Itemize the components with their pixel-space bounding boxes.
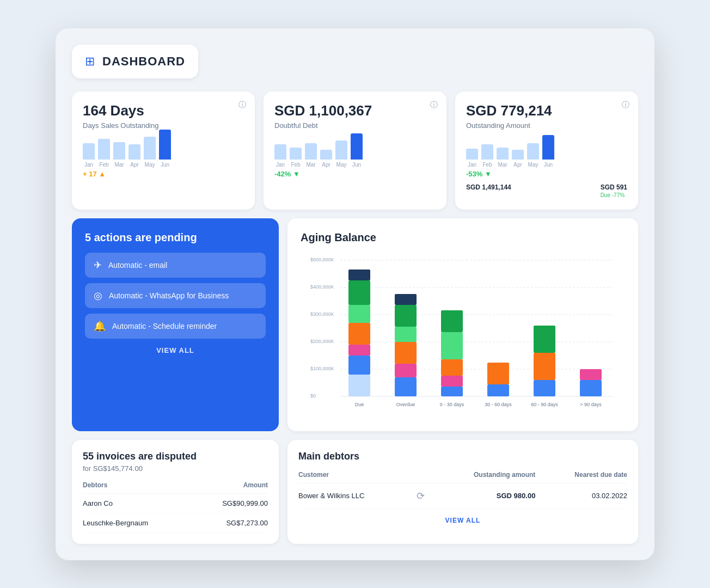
outstanding-label: Outstanding Amount: [466, 121, 627, 130]
svg-text:$500,000K: $500,000K: [310, 257, 334, 262]
svg-rect-26: [441, 376, 463, 387]
aging-title: Aging Balance: [301, 231, 625, 244]
dso-trend: + 17 ▲: [83, 170, 244, 178]
action-whatsapp-label: Automatic - WhatsApp for Business: [109, 291, 229, 300]
actions-view-all-button[interactable]: VIEW ALL: [85, 346, 266, 354]
debtors-view-all-button[interactable]: VIEW ALL: [298, 517, 627, 524]
dso-card: ⓘ 164 Days Days Sales Outstanding Jan Fe…: [72, 91, 255, 210]
outstanding-card: ⓘ SGD 779,214 Outstanding Amount Jan Feb…: [455, 91, 638, 210]
svg-text:$200,000K: $200,000K: [310, 339, 334, 344]
svg-rect-32: [534, 380, 555, 396]
svg-rect-12: [348, 375, 370, 396]
svg-rect-35: [580, 380, 602, 396]
svg-rect-29: [441, 310, 463, 332]
action-email[interactable]: ✈ Automatic - email: [85, 253, 266, 278]
svg-rect-31: [487, 363, 509, 384]
top-row: ⓘ 164 Days Days Sales Outstanding Jan Fe…: [72, 91, 638, 210]
outstanding-chart: Jan Feb Mar Apr May Jun: [466, 135, 627, 168]
outstanding-value: SGD 779,214: [466, 102, 627, 119]
svg-rect-25: [441, 387, 463, 396]
dashboard-title: DASHBOARD: [102, 54, 185, 69]
debtors-card: Main debtors Customer Oustanding amount …: [287, 440, 638, 544]
debtors-row-1: Bower & Wilkins LLC ⟳ SGD 980.00 03.02.2…: [298, 483, 627, 509]
doubtful-value: SGD 1,100,367: [274, 102, 436, 119]
bottom-row: 55 invoices are disputed for SG$145,774.…: [72, 440, 638, 544]
svg-rect-22: [395, 327, 417, 342]
info-icon-doubtful[interactable]: ⓘ: [430, 100, 438, 110]
debtor-amount-col-1: SGD 980.00: [428, 483, 536, 509]
debtors-col-due: Nearest due date: [535, 471, 627, 483]
svg-rect-34: [534, 326, 555, 353]
action-email-label: Automatic - email: [108, 261, 167, 270]
actions-card: 5 actions are pending ✈ Automatic - emai…: [72, 218, 279, 431]
debtor-sync-icon-1: ⟳: [414, 483, 428, 509]
svg-rect-14: [348, 345, 370, 356]
disputed-card: 55 invoices are disputed for SG$145,774.…: [72, 440, 279, 544]
disputed-col-debtors: Debtors: [83, 481, 192, 494]
info-icon-dso[interactable]: ⓘ: [238, 100, 246, 110]
disputed-table: Debtors Amount Aaron Co SG$90,999.00 Leu…: [83, 481, 268, 533]
action-reminder[interactable]: 🔔 Automatic - Schedule reminder: [85, 314, 266, 339]
email-icon: ✈: [94, 259, 102, 271]
dso-value: 164 Days: [83, 102, 244, 119]
dashboard-container: ⊞ DASHBOARD ⓘ 164 Days Days Sales Outsta…: [56, 28, 654, 560]
action-whatsapp[interactable]: ◎ Automatic - WhatsApp for Business: [85, 283, 266, 308]
svg-rect-30: [487, 384, 509, 396]
doubtful-label: Doubtful Debt: [274, 121, 436, 130]
svg-rect-19: [395, 377, 417, 396]
svg-rect-16: [348, 305, 370, 323]
aging-chart: $500,000K $400,000K $300,000K $200,000K …: [301, 255, 625, 418]
svg-text:$0: $0: [310, 393, 316, 399]
disputed-col-amount: Amount: [192, 481, 268, 494]
svg-text:60 - 90 days: 60 - 90 days: [531, 402, 558, 407]
svg-rect-13: [348, 356, 370, 375]
svg-rect-23: [395, 305, 417, 327]
svg-rect-36: [580, 369, 602, 380]
doubtful-trend: -42% ▼: [274, 170, 436, 178]
svg-rect-27: [441, 359, 463, 376]
disputed-row-1: Aaron Co SG$90,999.00: [83, 493, 268, 513]
outstanding-trend: -53% ▼: [466, 170, 627, 178]
dso-chart: Jan Feb Mar Apr May Jun: [83, 135, 244, 168]
svg-text:$100,000K: $100,000K: [310, 366, 334, 371]
grid-icon: ⊞: [85, 54, 95, 69]
svg-text:0 - 30 days: 0 - 30 days: [440, 402, 464, 407]
whatsapp-icon: ◎: [94, 290, 102, 302]
debtor-name-1: Aaron Co: [83, 493, 192, 513]
debtors-col-amount: Oustanding amount: [428, 471, 536, 483]
svg-rect-17: [348, 280, 370, 305]
bell-icon: 🔔: [94, 320, 106, 332]
sync-icon: ⟳: [417, 491, 425, 501]
svg-text:$400,000K: $400,000K: [310, 284, 334, 290]
svg-rect-28: [441, 332, 463, 359]
svg-rect-33: [534, 353, 555, 380]
svg-text:30 - 60 days: 30 - 60 days: [485, 402, 512, 407]
svg-rect-24: [395, 294, 417, 305]
disputed-sub: for SG$145,774.00: [83, 464, 268, 473]
debtors-table: Customer Oustanding amount Nearest due d…: [298, 471, 627, 509]
disputed-title: 55 invoices are disputed: [83, 451, 268, 462]
aging-card: Aging Balance $500,000K $400,000K $300,0…: [287, 218, 638, 431]
info-icon-outstanding[interactable]: ⓘ: [622, 100, 629, 110]
doubtful-chart: Jan Feb Mar Apr May Jun: [274, 135, 436, 168]
debtors-col-icon: [414, 471, 428, 483]
svg-rect-20: [395, 364, 417, 377]
dso-label: Days Sales Outstanding: [83, 121, 244, 130]
svg-rect-18: [348, 270, 370, 280]
main-row: 5 actions are pending ✈ Automatic - emai…: [72, 218, 638, 431]
action-reminder-label: Automatic - Schedule reminder: [112, 322, 217, 330]
debtor-amount-1: SG$90,999.00: [192, 493, 268, 513]
doubtful-card: ⓘ SGD 1,100,367 Doubtful Debt Jan Feb Ma…: [264, 91, 446, 210]
svg-rect-15: [348, 323, 370, 345]
debtors-title: Main debtors: [298, 451, 627, 462]
debtor-name-2: Leuschke-Bergnaum: [83, 513, 192, 532]
svg-text:$300,000K: $300,000K: [310, 311, 334, 317]
svg-rect-21: [395, 342, 417, 364]
debtors-col-customer: Customer: [298, 471, 414, 483]
disputed-row-2: Leuschke-Bergnaum SG$7,273.00: [83, 513, 268, 532]
svg-text:> 90 days: > 90 days: [580, 402, 602, 407]
dashboard-header: ⊞ DASHBOARD: [72, 45, 198, 78]
debtor-amount-2: SG$7,273.00: [192, 513, 268, 532]
debtor-due-1: 03.02.2022: [535, 483, 627, 509]
debtor-customer-1: Bower & Wilkins LLC: [298, 483, 414, 509]
